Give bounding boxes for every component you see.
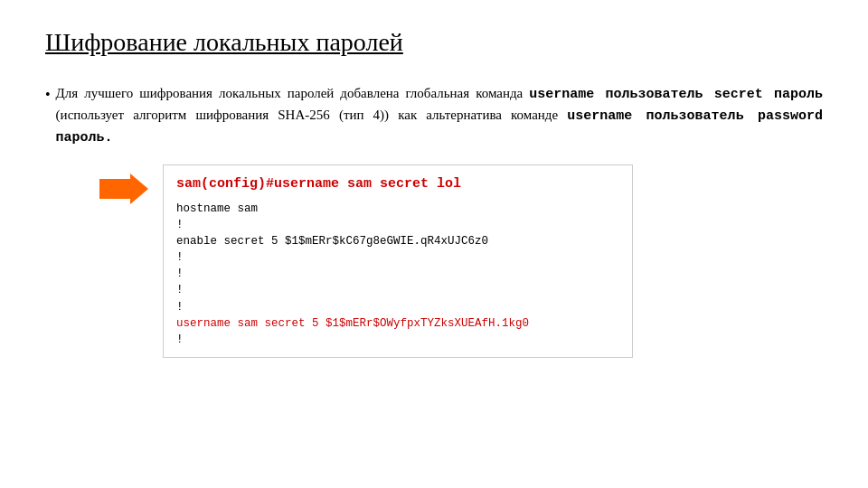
page-title: Шифрование локальных паролей [45,27,823,58]
code-line-3: ! [176,249,619,266]
code-main-line: sam(config)#username sam secret lol [176,174,619,195]
arrow-container [99,164,148,204]
content-area: • Для лучшего шифрования локальных парол… [45,83,823,358]
command-bold-1: username пользователь secret пароль [529,87,823,102]
bullet-middle: (использует алгоритм шифрования SHA-256 … [56,108,568,122]
code-line-5: ! [176,282,619,298]
code-line-4: ! [176,266,619,282]
code-line-2: enable secret 5 $1$mERr$kC67g8eGWIE.qR4x… [176,233,619,249]
arrow-icon [99,174,148,204]
code-terminal: sam(config)#username sam secret lol host… [163,164,633,358]
arrow-head [130,174,148,204]
bullet-text: Для лучшего шифрования локальных паролей… [56,83,823,149]
code-line-6: ! [176,299,619,315]
bullet-dot: • [45,84,51,107]
arrow-body [99,179,130,199]
bullet-prefix: Для лучшего шифрования локальных паролей… [56,86,530,100]
code-block-area: sam(config)#username sam secret lol host… [99,164,823,358]
code-line-0: hostname sam [176,201,619,217]
code-line-8: ! [176,332,619,348]
code-line-7: username sam secret 5 $1$mERr$OWyfpxTYZk… [176,315,619,332]
code-line-1: ! [176,217,619,233]
bullet-section: • Для лучшего шифрования локальных парол… [45,83,823,149]
